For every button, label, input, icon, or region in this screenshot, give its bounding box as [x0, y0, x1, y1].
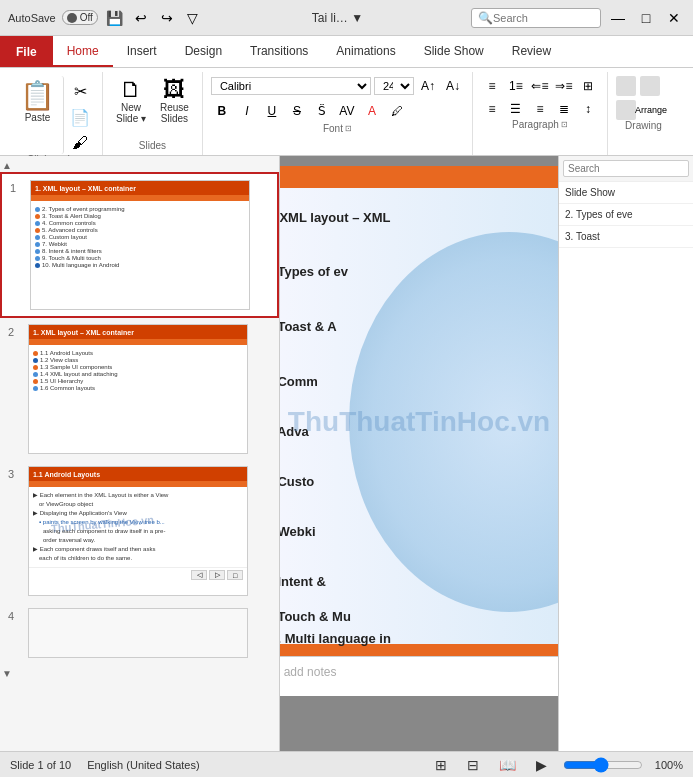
italic-button[interactable]: I	[236, 101, 258, 121]
mm-item-7: 7. Webki	[280, 523, 316, 539]
underline-button[interactable]: U	[261, 101, 283, 121]
search-icon: 🔍	[478, 11, 493, 25]
shape-1[interactable]	[616, 76, 636, 96]
reading-view-button[interactable]: 📖	[495, 755, 520, 775]
tab-transitions[interactable]: Transitions	[236, 36, 322, 67]
notes-area[interactable]: Click to add notes	[280, 656, 558, 696]
copy-button[interactable]: 📄	[66, 106, 94, 129]
copy-icon: 📄	[70, 108, 90, 127]
ribbon: 📋 Paste ✂ 📄 🖌 Clipboard ⊡	[0, 68, 693, 156]
mindmap-area: 1. XML layout – XML 2. Types of ev 3. To…	[280, 188, 558, 656]
slide-item[interactable]: 2 1. XML layout – XML container 1.1 Andr…	[0, 318, 279, 460]
slide-item[interactable]: 1 1. XML layout – XML container 2. Types…	[0, 172, 279, 318]
align-center-button[interactable]: ☰	[505, 99, 527, 119]
align-left-button[interactable]: ≡	[481, 99, 503, 119]
font-color-button[interactable]: A	[361, 101, 383, 121]
bold-button[interactable]: B	[211, 101, 233, 121]
title-bar: AutoSave Off 💾 ↩ ↪ ▽ Tai li… ▼ 🔍 — □ ✕	[0, 0, 693, 36]
tab-insert[interactable]: Insert	[113, 36, 171, 67]
mm-item-2: 2. Types of ev	[280, 263, 348, 279]
slide-thumbnail: 1. XML layout – XML container 1.1 Androi…	[28, 324, 248, 454]
scroll-up-arrow[interactable]: ▲	[0, 158, 14, 172]
mm-item-1: 1. XML layout – XML	[280, 208, 390, 226]
highlight-button[interactable]: 🖊	[386, 101, 408, 121]
save-icon[interactable]: 💾	[104, 7, 126, 29]
slide-nav-next[interactable]: ▷	[209, 570, 225, 580]
mm-item-4: 4. Comm	[280, 373, 318, 389]
paste-icon: 📋	[20, 79, 55, 112]
slideshow-view-button[interactable]: ▶	[532, 755, 551, 775]
mm-text-8: 8. Intent &	[280, 574, 326, 589]
slide-view-btn[interactable]: □	[227, 570, 243, 580]
numbered-list-button[interactable]: 1≡	[505, 76, 527, 96]
mm-text-4: 4. Comm	[280, 374, 318, 389]
format-painter-icon: 🖌	[72, 134, 88, 152]
outline-search-input[interactable]	[563, 160, 689, 177]
slide-item[interactable]: 4	[0, 602, 279, 664]
close-icon[interactable]: ✕	[663, 7, 685, 29]
maximize-icon[interactable]: □	[635, 7, 657, 29]
font-spacing-button[interactable]: AV	[336, 101, 358, 121]
font-name-select[interactable]: Calibri	[211, 77, 371, 95]
slide-panel[interactable]: ▲ 1 1. XML layout – XML container 2. Typ…	[0, 156, 280, 751]
decrease-font-button[interactable]: A↓	[442, 76, 464, 96]
mm-item-6: 6. Custo	[280, 473, 314, 489]
columns-button[interactable]: ⊞	[577, 76, 599, 96]
tab-file[interactable]: File	[0, 36, 53, 67]
line-spacing-button[interactable]: ↕	[577, 99, 599, 119]
zoom-slider[interactable]	[563, 757, 643, 773]
normal-view-button[interactable]: ⊞	[431, 755, 451, 775]
arrange-button[interactable]: Arrange	[640, 100, 662, 120]
bullet-list-button[interactable]: ≡	[481, 76, 503, 96]
slide-canvas: 1. XML layout – XML 2. Types of ev 3. To…	[280, 156, 558, 751]
reuse-slides-button[interactable]: 🖼 Reuse Slides	[155, 76, 194, 127]
increase-font-button[interactable]: A↑	[417, 76, 439, 96]
undo-icon[interactable]: ↩	[130, 7, 152, 29]
autosave-toggle[interactable]: Off	[62, 10, 98, 25]
font-expander[interactable]: ⊡	[345, 124, 352, 133]
tab-animations[interactable]: Animations	[322, 36, 409, 67]
text-shadow-button[interactable]: S̈	[311, 101, 333, 121]
language-label: English (United States)	[87, 759, 200, 771]
font-size-select[interactable]: 24	[374, 77, 414, 95]
mm-text-1: 1. XML layout – XML	[280, 210, 390, 225]
slide-main-view[interactable]: 1. XML layout – XML 2. Types of ev 3. To…	[280, 166, 558, 656]
justify-button[interactable]: ≣	[553, 99, 575, 119]
outline-item[interactable]: 3. Toast	[559, 226, 693, 248]
minimize-icon[interactable]: —	[607, 7, 629, 29]
status-bar: Slide 1 of 10 English (United States) ⊞ …	[0, 751, 693, 777]
tab-home[interactable]: Home	[53, 36, 113, 67]
redo-icon[interactable]: ↪	[156, 7, 178, 29]
slide-sorter-button[interactable]: ⊟	[463, 755, 483, 775]
search-input[interactable]	[493, 12, 594, 24]
slide-item[interactable]: 3 1.1 Android Layouts ▶ Each element in …	[0, 460, 279, 602]
paragraph-expander[interactable]: ⊡	[561, 120, 568, 129]
strikethrough-button[interactable]: S	[286, 101, 308, 121]
new-slide-icon: 🗋	[120, 79, 142, 101]
shape-3[interactable]	[616, 100, 636, 120]
slide-nav-prev[interactable]: ◁	[191, 570, 207, 580]
format-painter-button[interactable]: 🖌	[66, 132, 94, 154]
tab-review[interactable]: Review	[498, 36, 565, 67]
outline-item[interactable]: Slide Show	[559, 182, 693, 204]
mm-item-9: 9. Touch & Mu	[280, 608, 351, 624]
shape-2[interactable]	[640, 76, 660, 96]
cut-button[interactable]: ✂	[66, 80, 94, 103]
tab-design[interactable]: Design	[171, 36, 236, 67]
slides-label: Slides	[139, 140, 166, 155]
main-content: ▲ 1 1. XML layout – XML container 2. Typ…	[0, 156, 693, 751]
tab-slideshow[interactable]: Slide Show	[410, 36, 498, 67]
outline-item[interactable]: 2. Types of eve	[559, 204, 693, 226]
slide-number: 2	[8, 324, 22, 338]
title-search-box[interactable]: 🔍	[471, 8, 601, 28]
align-right-button[interactable]: ≡	[529, 99, 551, 119]
paste-button[interactable]: 📋 Paste	[12, 76, 64, 154]
increase-indent-button[interactable]: ⇒≡	[553, 76, 575, 96]
customize-icon[interactable]: ▽	[182, 7, 204, 29]
outline-search-box[interactable]	[559, 156, 693, 182]
status-right: ⊞ ⊟ 📖 ▶ 100%	[431, 755, 683, 775]
decrease-indent-button[interactable]: ⇐≡	[529, 76, 551, 96]
scroll-down-arrow[interactable]: ▼	[0, 666, 14, 680]
mm-text-7: 7. Webki	[280, 524, 316, 539]
new-slide-button[interactable]: 🗋 New Slide ▾	[111, 76, 151, 127]
